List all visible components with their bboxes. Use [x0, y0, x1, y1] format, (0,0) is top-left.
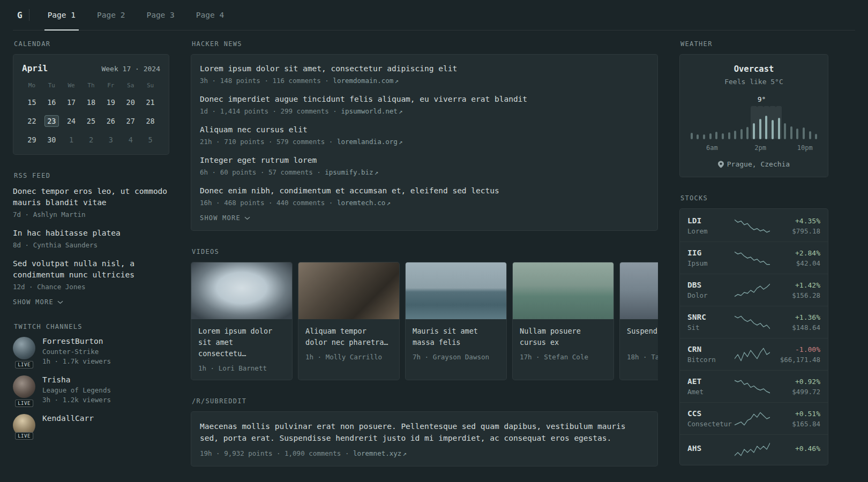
hn-item-title[interactable]: Donec imperdiet augue tincidunt felis al… [200, 94, 649, 105]
weather-bar [800, 106, 807, 139]
hn-item-domain-link[interactable]: loremlandia.org [337, 138, 398, 146]
weather-condition: Overcast [689, 64, 819, 74]
stock-row[interactable]: AHS +0.46% [680, 434, 828, 464]
video-card[interactable]: Aliquam tempor dolor nec pharetra… 1h · … [298, 262, 400, 380]
stock-row[interactable]: IIG Ipsum +2.84% $42.04 [680, 242, 828, 274]
hn-item-domain-link[interactable]: loremtech.co [337, 199, 385, 207]
calendar-date[interactable]: 2 [84, 134, 98, 146]
sparkline-chart [735, 379, 770, 395]
hn-item-domain-link[interactable]: loremdomain.com [333, 77, 393, 85]
stock-price: $148.64 [770, 323, 820, 332]
top-nav: G Page 1 Page 2 Page 3 Page 4 [13, 0, 855, 31]
stock-values: +4.35% $795.18 [770, 217, 820, 235]
stock-sparkline [735, 218, 770, 234]
calendar-date[interactable]: 25 [84, 115, 98, 127]
video-card[interactable]: Mauris sit amet massa felis 7h · Grayson… [405, 262, 507, 380]
calendar-date[interactable]: 23 [44, 115, 59, 127]
hn-item-meta: 3h · 148 points · 116 comments · loremdo… [200, 77, 649, 85]
twitch-channel[interactable]: LIVE ForrestBurton Counter-Strike 1h · 1… [13, 337, 169, 365]
rss-item-title[interactable]: Sed volutpat nulla nisl, a condimentum n… [13, 258, 169, 281]
calendar-dates: 15 16 17 18 19 20 21 22 [22, 96, 160, 146]
reddit-post-title[interactable]: Maecenas mollis pulvinar erat non posuer… [200, 420, 649, 445]
calendar-date[interactable]: 17 [64, 96, 79, 108]
video-title: Lorem ipsum dolor sit amet consectetu… [198, 326, 285, 359]
stock-change: +0.51% [770, 410, 820, 418]
calendar-date[interactable]: 22 [25, 115, 39, 127]
stock-ids: CCS Consectetur [687, 409, 735, 428]
rss-item: Donec tempor eros leo, ut commodo mauris… [13, 186, 169, 219]
hn-show-more-button[interactable]: SHOW MORE [200, 214, 250, 222]
rss-show-more-button[interactable]: SHOW MORE [13, 298, 63, 306]
calendar-month: April [22, 63, 48, 73]
subreddit-header: /R/SUBREDDIT [192, 397, 658, 405]
show-more-label: SHOW MORE [200, 214, 241, 222]
calendar-date[interactable]: 18 [84, 96, 98, 108]
rss-widget: RSS FEED Donec tempor eros leo, ut commo… [13, 172, 169, 306]
stock-change: +1.36% [770, 313, 820, 321]
video-thumbnail [298, 262, 399, 319]
hn-item-title[interactable]: Integer eget rutrum lorem [200, 155, 649, 166]
stock-row[interactable]: CRN Bitcorn -1.00% $66,171.48 [680, 338, 828, 370]
calendar-date[interactable]: 1 [64, 134, 79, 146]
stock-name: Lorem [687, 227, 735, 235]
weather-bar [732, 106, 738, 139]
app-logo[interactable]: G [13, 10, 29, 20]
hn-item: Aliquam nec cursus elit 21h · 710 points… [200, 124, 649, 146]
stock-row[interactable]: AET Amet +0.92% $499.72 [680, 370, 828, 402]
weather-time-label: 2pm [754, 144, 766, 152]
stock-row[interactable]: SNRC Sit +1.36% $148.64 [680, 306, 828, 338]
stock-row[interactable]: DBS Dolor +1.42% $156.28 [680, 274, 828, 306]
video-body: Lorem ipsum dolor sit amet consectetu… 1… [191, 319, 292, 380]
stock-sparkline [735, 411, 770, 427]
video-card[interactable]: Suspendisse diam 18h · Tara [619, 262, 658, 380]
page-tab[interactable]: Page 1 [44, 0, 79, 30]
video-card[interactable]: Lorem ipsum dolor sit amet consectetu… 1… [191, 262, 293, 380]
hn-item-domain-link[interactable]: ipsumworld.net [341, 107, 397, 115]
weather-card: Overcast Feels like 5°C 9° 6am 2pm 10pm [679, 54, 828, 177]
calendar-date[interactable]: 29 [25, 134, 39, 146]
page-tab[interactable]: Page 2 [94, 0, 128, 30]
hn-item-domain-link[interactable]: ipsumify.biz [325, 168, 373, 176]
rss-item-meta: 7d · Ashlyn Martin [13, 210, 169, 219]
hn-item-title[interactable]: Lorem ipsum dolor sit amet, consectetur … [200, 63, 649, 74]
twitch-channel[interactable]: LIVE KendallCarr [13, 414, 169, 436]
calendar-dow: Sa [127, 82, 134, 89]
calendar-dow: Mo [28, 82, 35, 89]
video-card[interactable]: Nullam posuere cursus ex 17h · Stefan Co… [512, 262, 614, 380]
videos-header: VIDEOS [192, 248, 658, 255]
calendar-date[interactable]: 21 [143, 96, 158, 108]
calendar-dow: Th [87, 82, 94, 89]
page-tab[interactable]: Page 3 [143, 0, 177, 30]
twitch-channel[interactable]: LIVE Trisha League of Legends 3h · 1.2k … [13, 375, 169, 404]
calendar-date[interactable]: 4 [123, 134, 138, 146]
calendar-date[interactable]: 5 [143, 134, 158, 146]
sparkline-chart [735, 282, 770, 298]
calendar-date[interactable]: 26 [103, 115, 118, 127]
twitch-header: TWITCH CHANNELS [14, 323, 169, 330]
hn-item-title[interactable]: Donec enim nibh, condimentum et accumsan… [200, 185, 649, 197]
page-tab[interactable]: Page 4 [193, 0, 227, 30]
calendar-date[interactable]: 20 [123, 96, 138, 108]
calendar-date[interactable]: 28 [143, 115, 158, 127]
calendar-date[interactable]: 30 [44, 134, 59, 146]
rss-item-title[interactable]: In hac habitasse platea [13, 228, 169, 239]
hn-item-stats: 6h · 60 points · 57 comments · [200, 168, 325, 176]
stock-price: $499.72 [770, 388, 820, 396]
rss-item-title[interactable]: Donec tempor eros leo, ut commodo mauris… [13, 186, 169, 208]
calendar-date[interactable]: 15 [25, 96, 39, 108]
hn-item-title[interactable]: Aliquam nec cursus elit [200, 124, 649, 135]
video-thumbnail [620, 262, 658, 319]
hn-item-meta: 6h · 60 points · 57 comments · ipsumify.… [200, 168, 649, 176]
calendar-date[interactable]: 3 [103, 134, 118, 146]
calendar-date[interactable]: 19 [103, 96, 118, 108]
weather-header: WEATHER [680, 40, 828, 48]
sparkline-chart [735, 441, 770, 457]
calendar-date[interactable]: 16 [44, 96, 59, 108]
stock-row[interactable]: CCS Consectetur +0.51% $165.84 [680, 402, 828, 434]
reddit-post-domain-link[interactable]: loremnet.xyz [353, 449, 401, 457]
calendar-date[interactable]: 27 [123, 115, 138, 127]
stock-row[interactable]: LDI Lorem +4.35% $795.18 [680, 210, 828, 242]
calendar-date[interactable]: 24 [64, 115, 79, 127]
rss-item: Sed volutpat nulla nisl, a condimentum n… [13, 258, 169, 291]
stock-change: +2.84% [770, 249, 820, 257]
